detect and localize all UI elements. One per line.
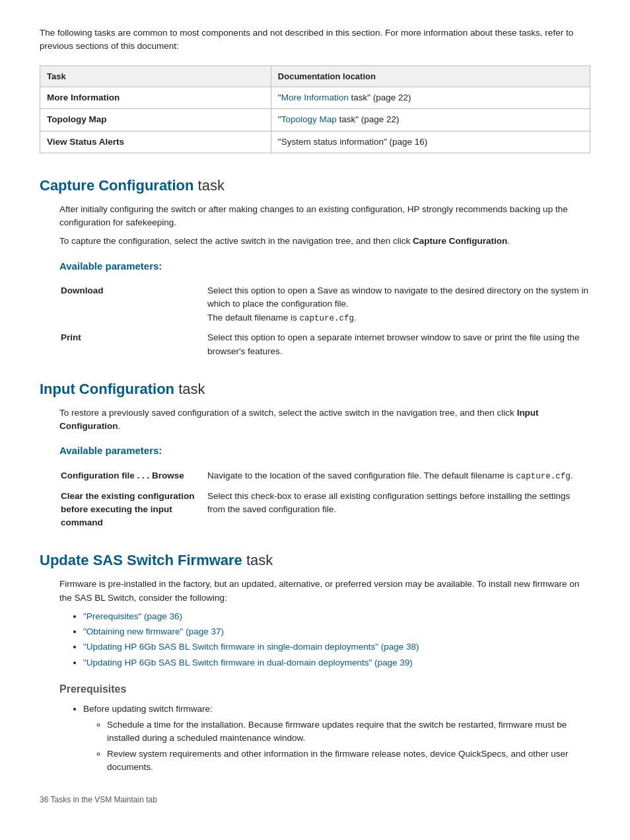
input-config-para1: To restore a previously saved configurat… (59, 406, 590, 434)
prerequisites-heading: Prerequisites (59, 681, 590, 697)
table-cell-task: View Status Alerts (40, 131, 271, 153)
table-row: More Information "More Information task"… (40, 87, 590, 109)
capture-configuration-heading-rest: task (193, 177, 224, 194)
task-table: Task Documentation location More Informa… (40, 65, 590, 153)
update-sas-heading-rest: task (242, 552, 273, 568)
page-footer: 36 Tasks in the VSM Maintain tab (40, 794, 590, 806)
table-row: View Status Alerts "System status inform… (40, 131, 590, 153)
update-sas-bullets: "Prerequisites" (page 36) "Obtaining new… (59, 610, 590, 669)
table-cell-doc: "Topology Map task" (page 22) (271, 109, 590, 131)
param-desc-download: Select this option to open a Save as win… (207, 282, 589, 327)
capture-config-para2: To capture the configuration, select the… (59, 235, 590, 248)
capture-configuration-heading: Capture Configuration task (40, 174, 590, 196)
footer-text: 36 Tasks in the VSM Maintain tab (40, 795, 157, 804)
param-desc-print: Select this option to open a separate in… (207, 328, 589, 361)
list-item: Review system requirements and other inf… (107, 747, 590, 775)
table-header-doc: Documentation location (271, 65, 590, 87)
param-row-download: Download Select this option to open a Sa… (61, 282, 589, 327)
input-config-available-params-heading: Available parameters: (59, 443, 590, 459)
table-cell-task: Topology Map (40, 109, 271, 131)
more-info-link[interactable]: More Information (281, 93, 349, 102)
param-name-download: Download (61, 282, 206, 327)
param-row-clear-config: Clear the existing configurationbefore e… (61, 487, 589, 533)
intro-paragraph: The following tasks are common to most c… (40, 26, 590, 54)
table-cell-doc: "More Information task" (page 22) (271, 87, 590, 109)
capture-configuration-heading-bold: Capture Configuration (40, 177, 193, 194)
topology-map-link[interactable]: Topology Map (281, 114, 337, 124)
param-desc-config-file: Navigate to the location of the saved co… (207, 467, 589, 486)
prerequisites-link[interactable]: "Prerequisites" (page 36) (83, 611, 182, 621)
table-row: Topology Map "Topology Map task" (page 2… (40, 109, 590, 131)
input-configuration-heading-bold: Input Configuration (40, 381, 174, 397)
input-configuration-heading-rest: task (174, 381, 205, 397)
input-config-param-table: Configuration file . . . Browse Navigate… (59, 465, 590, 534)
obtaining-firmware-link[interactable]: "Obtaining new firmware" (page 37) (83, 627, 224, 636)
input-configuration-heading: Input Configuration task (40, 378, 590, 400)
param-desc-clear-config: Select this check-box to erase all exist… (207, 487, 589, 533)
list-item: "Updating HP 6Gb SAS BL Switch firmware … (83, 640, 590, 654)
param-name-config-file: Configuration file . . . Browse (61, 467, 206, 486)
update-sas-switch-firmware-section: Update SAS Switch Firmware task Firmware… (40, 549, 590, 774)
single-domain-link[interactable]: "Updating HP 6Gb SAS BL Switch firmware … (83, 642, 419, 652)
input-configuration-body: To restore a previously saved configurat… (40, 406, 590, 534)
list-item: Schedule a time for the installation. Be… (107, 718, 590, 745)
update-sas-para1: Firmware is pre-installed in the factory… (59, 578, 590, 605)
param-name-clear-config: Clear the existing configurationbefore e… (61, 487, 206, 533)
capture-config-param-table: Download Select this option to open a Sa… (59, 280, 590, 362)
list-item: Before updating switch firmware: Schedul… (83, 703, 590, 774)
prerequisites-bullets: Before updating switch firmware: Schedul… (59, 703, 590, 774)
param-row-print: Print Select this option to open a separ… (61, 328, 589, 361)
capture-config-para1: After initially configuring the switch o… (59, 203, 590, 230)
capture-configuration-section: Capture Configuration task After initial… (40, 174, 590, 362)
param-name-print: Print (61, 328, 206, 361)
prereq-subbullets: Schedule a time for the installation. Be… (83, 718, 590, 774)
capture-configuration-body: After initially configuring the switch o… (40, 203, 590, 362)
list-item: "Updating HP 6Gb SAS BL Switch firmware … (83, 656, 590, 669)
input-configuration-section: Input Configuration task To restore a pr… (40, 378, 590, 534)
table-cell-doc: "System status information" (page 16) (271, 131, 590, 153)
capture-config-available-params-heading: Available parameters: (59, 259, 590, 274)
list-item: "Obtaining new firmware" (page 37) (83, 625, 590, 638)
table-header-task: Task (40, 65, 271, 87)
param-row-config-file: Configuration file . . . Browse Navigate… (61, 467, 589, 486)
list-item: "Prerequisites" (page 36) (83, 610, 590, 623)
table-cell-task: More Information (40, 87, 271, 109)
update-sas-heading: Update SAS Switch Firmware task (40, 549, 590, 571)
dual-domain-link[interactable]: "Updating HP 6Gb SAS BL Switch firmware … (83, 658, 413, 668)
update-sas-heading-bold: Update SAS Switch Firmware (40, 552, 242, 568)
update-sas-body: Firmware is pre-installed in the factory… (40, 578, 590, 774)
